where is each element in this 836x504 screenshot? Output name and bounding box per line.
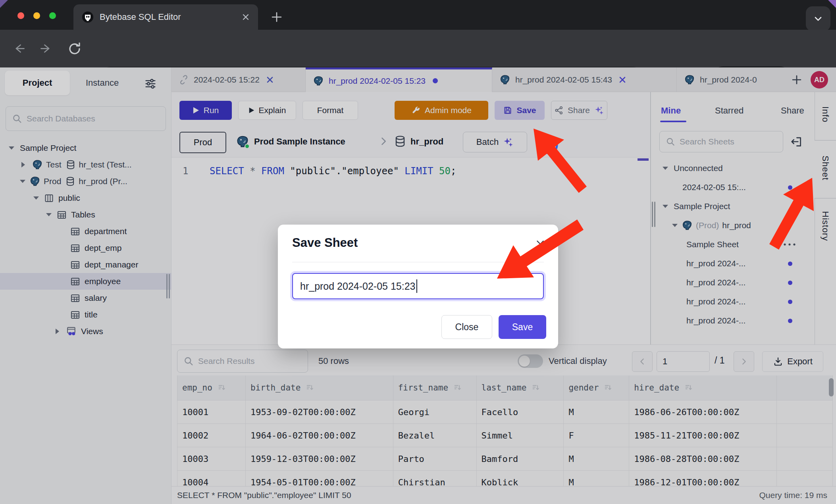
- screen: Bytebase SQL Editor: [0, 0, 836, 504]
- browser-tab-strip: Bytebase SQL Editor: [0, 0, 836, 30]
- modal-close-button[interactable]: Close: [441, 315, 492, 339]
- minimize-window-button[interactable]: [33, 12, 40, 19]
- close-tab-icon[interactable]: [241, 13, 250, 21]
- reload-icon[interactable]: [67, 42, 82, 56]
- zoom-window-button[interactable]: [49, 12, 56, 19]
- sheet-name-input[interactable]: hr_prod 2024-02-05 15:23: [292, 273, 544, 299]
- desktop-corner: [828, 0, 836, 8]
- bytebase-favicon: [81, 11, 94, 23]
- text-caret: [416, 279, 417, 293]
- back-icon[interactable]: [12, 42, 26, 55]
- modal-title: Save Sheet: [292, 236, 358, 250]
- browser-tab-title: Bytebase SQL Editor: [100, 12, 241, 22]
- tab-search-button[interactable]: [806, 6, 830, 31]
- close-window-button[interactable]: [17, 12, 24, 19]
- chevron-down-icon: [813, 13, 823, 24]
- browser-tab[interactable]: Bytebase SQL Editor: [73, 4, 258, 30]
- modal-divider: [292, 262, 544, 262]
- browser-toolbar: localhost:8080/sql-editor/prod-sample-in…: [0, 30, 836, 67]
- desktop-corner: [0, 0, 8, 8]
- modal-save-button[interactable]: Save: [499, 315, 546, 339]
- sheet-name-value: hr_prod 2024-02-05 15:23: [300, 281, 416, 292]
- forward-icon[interactable]: [39, 42, 53, 55]
- modal-close-icon[interactable]: [535, 239, 545, 249]
- new-tab-button[interactable]: [270, 10, 283, 24]
- save-sheet-modal: Save Sheet hr_prod 2024-02-05 15:23 Clos…: [278, 225, 558, 348]
